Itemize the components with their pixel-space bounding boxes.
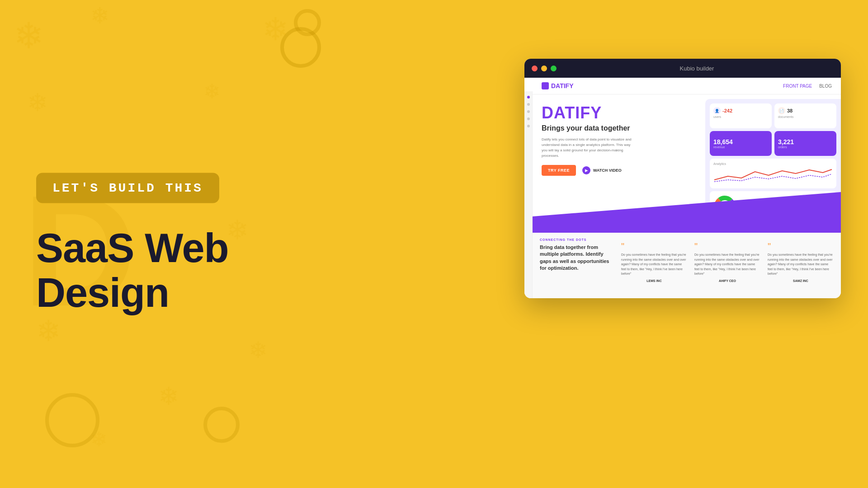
stat-label-revenue: revenue (713, 145, 768, 149)
circle-decor (45, 393, 99, 447)
watch-video-button[interactable]: ▶ WATCH VIDEO (582, 166, 622, 174)
traffic-light-green[interactable] (551, 66, 557, 71)
testimonial-author-3: SAMZ INC (768, 279, 834, 282)
dash-card-orders: 3,221 orders (774, 131, 836, 156)
play-icon: ▶ (582, 166, 590, 174)
snowflake-icon: ❄ (262, 14, 289, 45)
quote-mark-1: " (621, 242, 687, 251)
dash-card-revenue: 18,654 revenue (710, 131, 772, 156)
circle-decor (280, 27, 321, 68)
toolbar-item[interactable] (527, 103, 530, 106)
toolbar-item[interactable] (527, 110, 530, 113)
nav-link-frontpage[interactable]: FRONT PAGE (783, 84, 812, 89)
snowflake-icon: ❄ (90, 429, 108, 450)
title-line1: SaaS Web (36, 225, 229, 271)
snowflake-icon: ❄ (36, 316, 61, 346)
stat-label-orders: orders (778, 145, 833, 149)
logo-text: DATIFY (551, 82, 574, 89)
site-navbar: DATIFY FRONT PAGE BLOG (533, 78, 841, 94)
hero-description: Datify lets you connect lots of data poi… (542, 137, 632, 159)
snowflake-icon: ❄ (249, 339, 268, 361)
site-hero: DATIFY Brings your data together Datify … (533, 94, 841, 185)
stat-label-users: users (713, 115, 768, 118)
stat-value-orders: 3,221 (778, 138, 833, 145)
bottom-section: CONNECTING THE DOTS Bring data together … (533, 233, 841, 298)
bottom-headline: Bring data together from multiple platfo… (540, 244, 612, 272)
user-icon: 👤 (713, 107, 721, 114)
testimonial-text-1: Do you sometimes have the feeling that y… (621, 253, 687, 277)
site-logo: DATIFY (542, 82, 574, 89)
nav-link-blog[interactable]: BLOG (819, 84, 832, 89)
testimonial-author-1: LEMS INC (621, 279, 687, 282)
toolbar-item[interactable] (527, 125, 530, 127)
browser-title: Kubio builder (560, 65, 834, 72)
snowflake-icon: ❄ (27, 90, 48, 115)
stat-value-users: -242 (722, 108, 732, 113)
snowflake-icon: ❄ (158, 384, 179, 409)
testimonial-3: " Do you sometimes have the feeling that… (768, 238, 834, 293)
testimonial-text-3: Do you sometimes have the feeling that y… (768, 253, 834, 277)
quote-mark-2: " (694, 242, 760, 251)
stat-value-docs: 38 (787, 108, 793, 113)
try-free-button[interactable]: TRY FREE (542, 165, 576, 176)
left-panel: LET'S BUILD THIS SaaS Web Design (36, 173, 289, 315)
dash-card-docs: 📄 38 documents (774, 103, 836, 128)
circle-decor (203, 407, 240, 443)
testimonial-2: " Do you sometimes have the feeling that… (694, 238, 760, 293)
browser-content: DATIFY FRONT PAGE BLOG DATIFY Brings you… (524, 78, 841, 298)
dash-card-users: 👤 -242 users (710, 103, 772, 128)
browser-window: Kubio builder DATIFY FRONT PAGE BLOG (524, 59, 841, 298)
traffic-light-yellow[interactable] (541, 66, 547, 71)
testimonials-container: " Do you sometimes have the feeling that… (621, 238, 834, 293)
quote-mark-3: " (768, 242, 834, 251)
dash-card-chart: Analytics (710, 159, 836, 188)
stat-value-revenue: 18,654 (713, 138, 768, 145)
badge-label: LET'S BUILD THIS (36, 173, 219, 203)
chart-label: Analytics (713, 162, 833, 165)
traffic-light-red[interactable] (532, 66, 538, 71)
stat-label-docs: documents (778, 115, 833, 118)
snowflake-icon: ❄ (14, 18, 44, 54)
site-nav-links: FRONT PAGE BLOG (783, 84, 832, 89)
title-line2: Design (36, 270, 169, 315)
testimonial-1: " Do you sometimes have the feeling that… (621, 238, 687, 293)
bottom-tag: CONNECTING THE DOTS (540, 238, 612, 241)
doc-icon: 📄 (778, 107, 785, 114)
snowflake-icon: ❄ (203, 81, 221, 102)
main-title: SaaS Web Design (36, 226, 289, 315)
side-toolbar (524, 91, 533, 298)
purple-wave (533, 192, 841, 233)
testimonial-text-2: Do you sometimes have the feeling that y… (694, 253, 760, 277)
line-chart-svg (713, 167, 833, 183)
bottom-left: CONNECTING THE DOTS Bring data together … (540, 238, 612, 293)
browser-titlebar: Kubio builder (524, 59, 841, 78)
toolbar-item[interactable] (527, 117, 530, 120)
circle-decor (294, 9, 321, 36)
testimonial-author-2: AHIFY CEO (694, 279, 760, 282)
logo-icon (542, 82, 549, 89)
toolbar-item[interactable] (527, 96, 530, 99)
snowflake-icon: ❄ (90, 5, 109, 27)
watch-video-label: WATCH VIDEO (593, 168, 622, 173)
